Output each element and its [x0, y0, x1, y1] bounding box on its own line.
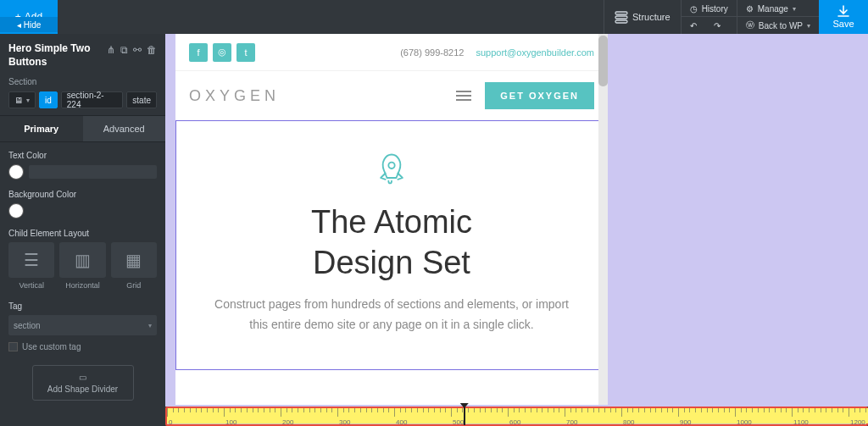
- site-topstrip: f ◎ t (678) 999-8212 support@oxygenbuild…: [175, 34, 608, 71]
- history-button[interactable]: ◷ History: [682, 0, 737, 17]
- layout-horizontal-button[interactable]: ▥: [59, 242, 105, 278]
- save-label: Save: [832, 19, 854, 29]
- hero-body: Construct pages from hundreds of section…: [214, 295, 570, 335]
- shape-label: Add Shape Divider: [47, 385, 118, 394]
- layout-vertical-label: Vertical: [8, 281, 54, 290]
- svg-rect-1: [615, 16, 627, 19]
- ruler-tick: 600: [509, 418, 520, 426]
- svg-point-3: [388, 163, 394, 169]
- twitter-icon[interactable]: t: [236, 43, 255, 62]
- selector-id-value[interactable]: section-2-224: [61, 91, 124, 108]
- clock-icon: ◷: [690, 4, 698, 14]
- trash-icon[interactable]: 🗑: [147, 44, 157, 56]
- save-button[interactable]: Save: [819, 0, 868, 34]
- tab-primary[interactable]: Primary: [0, 116, 83, 141]
- hero-section[interactable]: The Atomic Design Set Construct pages fr…: [175, 120, 608, 370]
- ruler-tick: 500: [453, 418, 464, 426]
- redo-icon: ↷: [714, 21, 721, 30]
- text-color-label: Text Color: [8, 151, 157, 160]
- chevron-down-icon: ▾: [807, 22, 810, 30]
- selection-type: Section: [0, 77, 165, 91]
- breakpoint-select[interactable]: 🖥▾: [8, 91, 36, 108]
- logo[interactable]: OXYGEN: [189, 87, 280, 105]
- ruler-tick: 1000: [737, 418, 752, 426]
- site-nav: OXYGEN GET OXYGEN: [175, 71, 608, 120]
- layout-vertical-button[interactable]: ☰: [8, 242, 54, 278]
- hero-title-l1: The Atomic: [311, 204, 472, 240]
- tag-label: Tag: [8, 302, 157, 311]
- ruler-tick: 700: [566, 418, 577, 426]
- link-icon[interactable]: ⚯: [133, 44, 142, 56]
- ruler-tick: 200: [282, 418, 293, 426]
- ruler-tick: 0: [169, 418, 172, 426]
- selection-title: Hero Simple Two Buttons: [8, 42, 102, 69]
- text-color-swatch[interactable]: [8, 164, 24, 180]
- structure-icon: [615, 10, 628, 24]
- email-link[interactable]: support@oxygenbuilder.com: [476, 47, 594, 58]
- undo-button[interactable]: ↶: [682, 17, 705, 34]
- chevron-down-icon: ▾: [26, 97, 30, 104]
- wordpress-icon: ⓦ: [746, 19, 754, 31]
- text-color-input[interactable]: [29, 165, 157, 179]
- chevron-down-icon: ▾: [148, 322, 152, 329]
- columns-icon: ▥: [75, 250, 91, 270]
- tag-select[interactable]: section ▾: [8, 315, 157, 335]
- tab-advanced[interactable]: Advanced: [83, 116, 166, 141]
- bg-color-label: Background Color: [8, 190, 157, 199]
- ruler[interactable]: 0100200300400500600700800900100011001200: [165, 407, 868, 426]
- selector-id-chip[interactable]: id: [39, 91, 58, 108]
- copy-icon[interactable]: ⧉: [120, 44, 128, 56]
- layout-horizontal-label: Horizontal: [59, 281, 105, 290]
- canvas-scrollbar[interactable]: [598, 34, 608, 405]
- tag-value: section: [14, 321, 41, 330]
- ruler-tick: 1200: [850, 418, 865, 426]
- ruler-tick: 400: [396, 418, 407, 426]
- undo-icon: ↶: [690, 21, 697, 30]
- phone-text: (678) 999-8212: [400, 47, 464, 58]
- child-layout-label: Child Element Layout: [8, 229, 157, 238]
- custom-tag-checkbox[interactable]: Use custom tag: [8, 342, 157, 351]
- ruler-tick: 900: [680, 418, 691, 426]
- redo-button[interactable]: ↷: [705, 17, 729, 34]
- back-to-wp-button[interactable]: ⓦ Back to WP ▾: [737, 17, 819, 34]
- ruler-tick: 1100: [793, 418, 809, 426]
- facebook-icon[interactable]: f: [189, 43, 208, 62]
- cta-button[interactable]: GET OXYGEN: [485, 82, 594, 109]
- hero-title: The Atomic Design Set: [210, 202, 573, 283]
- add-shape-divider-button[interactable]: ▭ Add Shape Divider: [32, 365, 134, 401]
- layout-grid-button[interactable]: ▦: [111, 242, 157, 278]
- canvas-viewport[interactable]: f ◎ t (678) 999-8212 support@oxygenbuild…: [175, 34, 608, 405]
- chevron-left-icon: ◂: [17, 20, 21, 30]
- shape-icon: ▭: [79, 373, 86, 382]
- hero-title-l2: Design Set: [313, 245, 470, 280]
- sidebar: Hero Simple Two Buttons ⋔ ⧉ ⚯ 🗑 Section …: [0, 34, 165, 426]
- state-select[interactable]: state: [126, 91, 157, 108]
- bg-color-swatch[interactable]: [8, 203, 24, 219]
- ruler-handle[interactable]: [464, 407, 465, 425]
- manage-button[interactable]: ⚙ Manage ▾: [737, 0, 804, 17]
- checkbox-icon: [8, 342, 18, 351]
- hide-label: Hide: [24, 20, 42, 30]
- ruler-tick: 300: [339, 418, 350, 426]
- structure-button[interactable]: Structure: [604, 0, 681, 34]
- custom-tag-label: Use custom tag: [22, 342, 81, 351]
- parent-icon[interactable]: ⋔: [107, 44, 115, 56]
- layout-grid-label: Grid: [111, 281, 157, 290]
- svg-rect-0: [615, 12, 627, 14]
- hide-button[interactable]: ◂ Hide: [0, 17, 58, 32]
- canvas: f ◎ t (678) 999-8212 support@oxygenbuild…: [165, 34, 868, 407]
- chevron-down-icon: ▾: [793, 5, 796, 13]
- manage-label: Manage: [758, 4, 788, 14]
- back-to-wp-label: Back to WP: [759, 21, 803, 30]
- svg-rect-2: [615, 20, 627, 23]
- topbar: + Add ◂ Hide Structure ◷ History ↶ ↷: [0, 0, 868, 34]
- instagram-icon[interactable]: ◎: [213, 43, 231, 62]
- hamburger-icon[interactable]: [456, 91, 471, 101]
- rows-icon: ☰: [24, 250, 39, 270]
- ruler-tick: 800: [623, 418, 634, 426]
- rocket-icon: [373, 150, 410, 187]
- desktop-icon: 🖥: [14, 96, 23, 105]
- ruler-tick: 100: [225, 418, 236, 426]
- grid-icon: ▦: [125, 250, 142, 270]
- history-label: History: [702, 4, 728, 14]
